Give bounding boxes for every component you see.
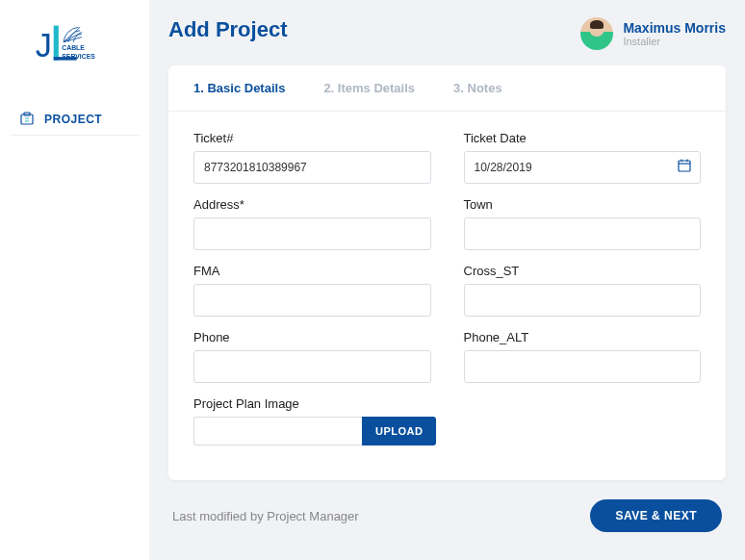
svg-text:SERVICES: SERVICES: [62, 53, 95, 60]
user-role: Installer: [623, 36, 726, 47]
user-block[interactable]: Maximus Morris Installer: [580, 17, 726, 50]
tab-notes[interactable]: 3. Notes: [453, 81, 502, 95]
upload-filename: [193, 417, 362, 445]
logo-image: J CABLE SERVICES: [32, 17, 118, 75]
svg-text:CABLE: CABLE: [62, 44, 85, 51]
phone-alt-label: Phone_ALT: [464, 330, 702, 344]
svg-rect-1: [53, 26, 58, 61]
phone-alt-input[interactable]: [464, 350, 702, 383]
last-modified: Last modified by Project Manager: [172, 509, 359, 523]
plan-image-label: Project Plan Image: [193, 396, 436, 411]
save-next-button[interactable]: SAVE & NEXT: [590, 499, 722, 532]
fma-input[interactable]: [193, 284, 431, 317]
project-icon: [19, 112, 35, 127]
logo: J CABLE SERVICES: [10, 17, 140, 75]
sidebar-item-label: PROJECT: [44, 113, 102, 126]
town-input[interactable]: [464, 217, 702, 250]
tab-basic-details[interactable]: 1. Basic Details: [193, 81, 285, 95]
phone-label: Phone: [193, 330, 431, 344]
main-content: Add Project Maximus Morris Installer 1. …: [149, 0, 745, 560]
form-card: 1. Basic Details 2. Items Details 3. Not…: [168, 65, 726, 480]
ticket-input[interactable]: [193, 151, 431, 184]
ticket-label: Ticket#: [193, 131, 431, 145]
upload-button[interactable]: UPLOAD: [362, 417, 436, 445]
footer: Last modified by Project Manager SAVE & …: [168, 499, 726, 532]
address-input[interactable]: [193, 217, 431, 250]
address-label: Address*: [193, 197, 431, 212]
town-label: Town: [464, 197, 702, 212]
phone-input[interactable]: [193, 350, 431, 383]
cross-st-input[interactable]: [464, 284, 702, 317]
sidebar-item-project[interactable]: PROJECT: [10, 104, 140, 136]
fma-label: FMA: [193, 264, 431, 278]
svg-text:J: J: [35, 27, 51, 64]
tab-items-details[interactable]: 2. Items Details: [323, 81, 415, 95]
ticket-date-label: Ticket Date: [464, 131, 702, 145]
sidebar: J CABLE SERVICES PROJECT: [0, 0, 149, 560]
tabs: 1. Basic Details 2. Items Details 3. Not…: [168, 65, 726, 112]
header: Add Project Maximus Morris Installer: [168, 17, 726, 50]
avatar: [580, 17, 613, 50]
user-info: Maximus Morris Installer: [623, 20, 726, 47]
page-title: Add Project: [168, 17, 287, 42]
ticket-date-input[interactable]: [464, 151, 702, 184]
form-body: Ticket# Ticket Date: [168, 112, 726, 480]
cross-st-label: Cross_ST: [464, 264, 702, 278]
user-name: Maximus Morris: [623, 20, 726, 36]
